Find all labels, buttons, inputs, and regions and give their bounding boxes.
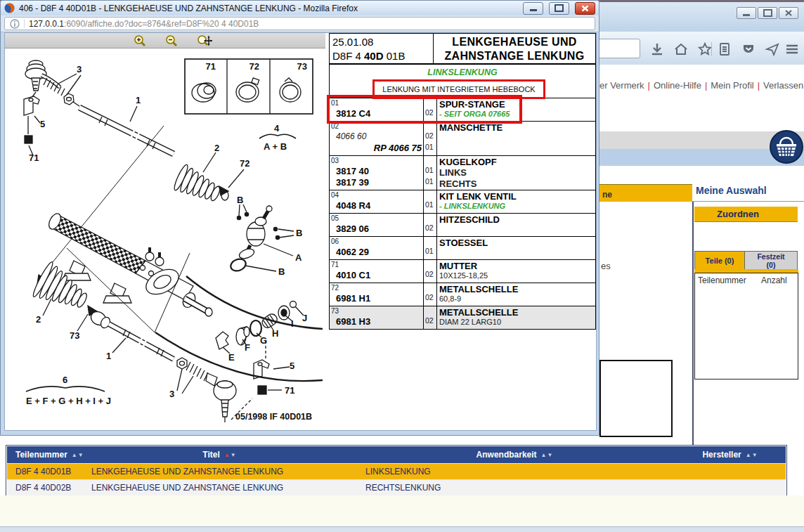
window-titlebar[interactable]: 406 - D8F 4 40D01B - LENKGEHAEUSE UND ZA…	[1, 1, 599, 15]
group-top-formula: A + B	[264, 141, 287, 152]
nav-link-verlassen[interactable]: Verlassen	[763, 80, 803, 91]
search-field-fragment[interactable]	[594, 39, 640, 58]
diagram-toolbar	[5, 33, 325, 48]
parts-row-04[interactable]: 044048 R4 01 KIT LENK VENTIL- LINKSLENKU…	[330, 190, 595, 214]
col-header-anwendbarkeit[interactable]: Anwendbarkeit▲▼	[355, 450, 675, 460]
tab-teile[interactable]: Teile (0)	[694, 251, 745, 269]
selection-panel-rule	[692, 201, 804, 202]
selection-panel-title: Meine Auswahl	[696, 185, 767, 196]
tab-festzeit-count: (0)	[767, 261, 776, 269]
callout-G: G	[260, 335, 267, 346]
zoom-out-icon[interactable]	[165, 34, 178, 47]
minimize-button[interactable]	[523, 2, 543, 15]
back-maximize-button[interactable]	[758, 7, 777, 19]
callout-72: 72	[240, 158, 249, 169]
url-path: :6090/affiche.do?doc=8764&ref=D8F%20 4 4…	[64, 19, 259, 29]
tab-festzeit[interactable]: Festzeit (0)	[745, 251, 798, 269]
back-minimize-button[interactable]	[737, 7, 756, 19]
parts-list-panel: 25.01.08 D8F 4 40D 01B LENKGEHAEUSE UND …	[329, 33, 596, 330]
partial-text: es	[601, 261, 611, 271]
reading-list-icon[interactable]	[715, 40, 734, 58]
callout-B: B	[296, 228, 302, 238]
nav-link-vermerk[interactable]: er Vermerk	[599, 80, 644, 91]
diagram-panel: 71 72 73 3 1 5 71 2 72 4 A + B B B A B 2	[5, 33, 325, 430]
basket-icon[interactable]	[769, 129, 804, 167]
close-icon	[785, 10, 792, 16]
callout-J: J	[302, 313, 307, 323]
parts-row-73[interactable]: 736981 H3 02 METALLSCHELLEDIAM 22 LARG10	[330, 306, 595, 330]
url-separator	[24, 19, 25, 28]
url-host: 127.0.0.1	[29, 19, 64, 29]
hidden-tab-fragment[interactable]: ne	[594, 184, 692, 202]
maximize-icon	[763, 9, 772, 17]
parts-row-72[interactable]: 726981 H1 02 METALLSCHELLE60,8-9	[330, 283, 595, 306]
callout-3: 3	[77, 64, 82, 74]
back-close-button[interactable]	[779, 7, 798, 19]
callout-B: B	[237, 195, 243, 205]
menu-icon[interactable]	[783, 40, 801, 58]
doc-date: 25.01.08	[332, 35, 433, 49]
nav-separator: |	[758, 80, 760, 91]
download-icon[interactable]	[648, 40, 666, 58]
nav-link-online-hilfe[interactable]: Online-Hilfe	[654, 80, 701, 91]
page-content: 71 72 73 3 1 5 71 2 72 4 A + B B B A B 2	[4, 32, 597, 431]
send-icon[interactable]	[763, 40, 782, 58]
url-bar[interactable]: 127.0.0.1:6090/affiche.do?doc=8764&ref=D…	[4, 17, 595, 30]
tab-festzeit-label: Festzeit	[757, 252, 784, 261]
home-icon[interactable]	[672, 40, 690, 58]
col-header-titel[interactable]: Titel▲▼	[84, 450, 355, 460]
parts-row-05[interactable]: 053829 06 02 HITZESCHILD	[330, 214, 595, 237]
results-row[interactable]: D8F 4 40D02B LENKGEHAEUSE UND ZAHNSTANGE…	[7, 479, 786, 495]
parts-row-01[interactable]: 013812 C4 02 SPUR-STANGE- SEIT ORGA 0766…	[330, 98, 595, 122]
callout-I: I	[291, 318, 294, 329]
col-header-teilenummer[interactable]: Teilenummer▲▼	[7, 450, 84, 460]
callout-1: 1	[136, 95, 141, 105]
results-row-selected[interactable]: D8F 4 40D01B LENKGEHAEUSE UND ZAHNSTANGE…	[7, 463, 786, 479]
group-bottom-num: 6	[63, 375, 67, 385]
selection-list: Teilenummer Anzahl	[694, 273, 798, 379]
minimize-icon	[743, 14, 750, 16]
nav-link-mein-profil[interactable]: Mein Profil	[711, 80, 753, 91]
parts-title: LENKGEHAEUSE UND ZAHNSTANGE LENKUNG	[434, 34, 595, 63]
parts-row-02[interactable]: 024066 60RP 4066 75 0201 MANSCHETTE	[330, 122, 595, 156]
exploded-parts-diagram[interactable]: 71 72 73 3 1 5 71 2 72 4 A + B B B A B 2	[5, 48, 325, 430]
nav-separator: |	[705, 80, 707, 91]
callout-3: 3	[169, 389, 174, 399]
results-table: Teilenummer▲▼ Titel▲▼ Anwendbarkeit▲▼ He…	[6, 445, 787, 497]
parts-row-71[interactable]: 714010 C1 02 MUTTER10X125-18,25	[330, 260, 595, 283]
callout-1: 1	[106, 351, 111, 361]
zoom-pan-icon[interactable]	[197, 34, 212, 47]
firefox-icon	[4, 3, 15, 13]
close-icon	[581, 5, 589, 12]
window-title: 406 - D8F 4 40D01B - LENKGEHAEUSE UND ZA…	[19, 4, 517, 13]
col-header-hersteller[interactable]: Hersteller▲▼	[675, 450, 786, 460]
firefox-window: 406 - D8F 4 40D01B - LENKGEHAEUSE UND ZA…	[0, 0, 599, 436]
callout-H: H	[272, 328, 278, 339]
page-footer-area	[0, 495, 804, 526]
parts-row-06[interactable]: 064062 29 01 STOESSEL	[330, 237, 595, 260]
close-button[interactable]	[575, 2, 595, 15]
navigation-bar: 127.0.0.1:6090/affiche.do?doc=8764&ref=D…	[1, 15, 599, 32]
group-bottom-formula: E + F + G + H + I + J	[26, 396, 111, 406]
pocket-icon[interactable]	[739, 40, 758, 58]
maximize-button[interactable]	[549, 2, 569, 15]
toolbar-separator	[711, 42, 712, 56]
variant-note: LINKSLENKUNG	[330, 65, 595, 77]
diagram-stamp: 05/1998 IF 40D01B	[235, 412, 312, 422]
selection-col-teilenummer: Teilenummer	[698, 275, 761, 285]
callout-A: A	[295, 252, 302, 263]
inset-label-72: 72	[249, 61, 259, 72]
left-panel-fragment: es	[594, 202, 694, 476]
desktop: er Vermerk|Online-Hilfe|Mein Profil|Verl…	[0, 0, 804, 532]
selection-col-anzahl: Anzahl	[761, 275, 795, 285]
page-info-icon	[10, 19, 20, 29]
callout-71: 71	[285, 385, 294, 396]
zoom-in-icon[interactable]	[134, 34, 146, 47]
parts-row-03[interactable]: 033817 403817 39 0101 KUGELKOPFLINKSRECH…	[330, 156, 595, 190]
callout-2: 2	[36, 314, 41, 325]
tab-fragment-label: ne	[602, 190, 612, 200]
callout-E: E	[228, 352, 235, 363]
empty-box	[599, 360, 673, 437]
minimize-icon	[530, 9, 537, 11]
assign-button[interactable]: Zuordnen	[694, 207, 798, 222]
